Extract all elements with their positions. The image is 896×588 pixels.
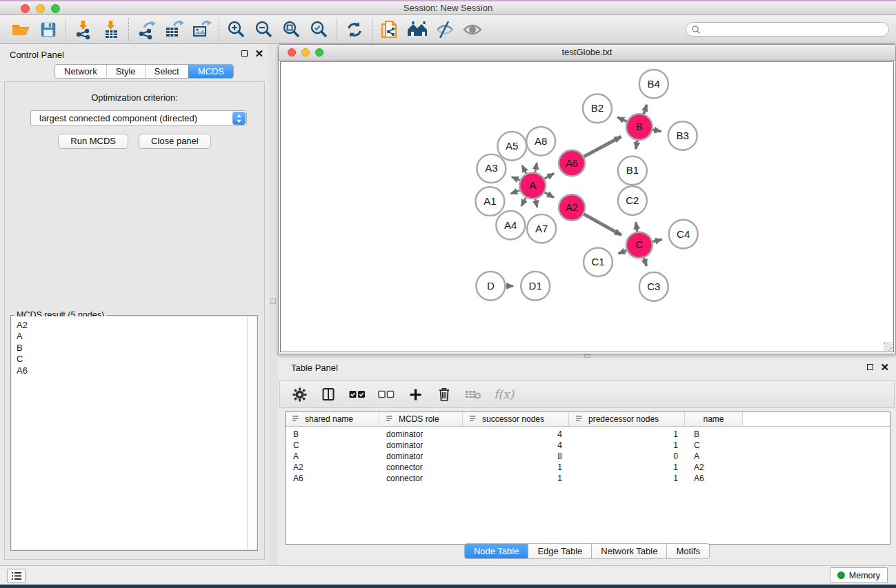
- graph-edge-B-B1[interactable]: [636, 141, 637, 150]
- table-body: Bdominator41BCdominator41CAdominator80AA…: [286, 429, 890, 484]
- column-header-MCDS-role[interactable]: MCDS role: [379, 412, 463, 426]
- float-panel-icon[interactable]: [867, 364, 873, 370]
- network-canvas[interactable]: AA2A6BCA1A3A4A5A7A8B1B2B3B4C1C2C3C4DD1: [280, 61, 894, 352]
- table-row[interactable]: Adominator80A: [286, 451, 890, 462]
- table-row[interactable]: A6connector11A6: [286, 473, 890, 484]
- control-panel: Control Panel ✕ NetworkStyleSelectMCDS O…: [0, 44, 269, 565]
- close-panel-icon[interactable]: ✕: [880, 363, 889, 371]
- graph-edge-A-A8[interactable]: [535, 163, 537, 172]
- mcds-result-item: A: [17, 331, 247, 342]
- hide-graphics-details-icon[interactable]: [431, 17, 459, 42]
- zoom-in-icon[interactable]: [223, 17, 250, 42]
- tab-edge-table[interactable]: Edge Table: [528, 543, 592, 559]
- column-header-shared-name[interactable]: shared name: [286, 412, 379, 426]
- graph-edge-B-B3[interactable]: [653, 130, 661, 131]
- column-visibility-icon[interactable]: [320, 386, 337, 403]
- toolbar-separator: [372, 19, 372, 41]
- graph-edge-A-A5[interactable]: [522, 165, 526, 174]
- add-column-icon[interactable]: [407, 386, 424, 403]
- open-network-file-icon[interactable]: [376, 17, 404, 42]
- column-header-successor-nodes[interactable]: successor nodes: [463, 412, 569, 426]
- float-panel-icon[interactable]: [241, 50, 248, 57]
- table-row[interactable]: Cdominator41C: [286, 440, 890, 451]
- refresh-layout-icon[interactable]: [341, 17, 368, 42]
- tab-motifs[interactable]: Motifs: [667, 543, 710, 559]
- import-network-icon[interactable]: [70, 17, 97, 42]
- result-scrollbar[interactable]: [247, 316, 257, 549]
- tab-select[interactable]: Select: [145, 65, 188, 78]
- import-table-icon[interactable]: [97, 17, 125, 42]
- graph-edge-B-B2[interactable]: [617, 117, 626, 121]
- graph-edge-A-A4[interactable]: [521, 198, 526, 206]
- graph-edge-A-A1[interactable]: [510, 190, 519, 194]
- tab-network-table[interactable]: Network Table: [592, 543, 667, 559]
- close-window-button[interactable]: [288, 48, 296, 57]
- tab-mcds[interactable]: MCDS: [188, 65, 233, 78]
- mcds-result-item: C: [17, 354, 247, 365]
- minimize-window-button[interactable]: [36, 4, 45, 13]
- save-session-icon[interactable]: [34, 17, 62, 42]
- splitter-handle[interactable]: [584, 354, 590, 358]
- task-history-button[interactable]: [7, 569, 26, 583]
- graph-edge-A2-C[interactable]: [584, 214, 621, 235]
- vertical-splitter[interactable]: [269, 44, 278, 565]
- export-table-icon[interactable]: [160, 17, 188, 42]
- graph-edge-A-A2[interactable]: [545, 192, 554, 197]
- zoom-window-button[interactable]: [315, 48, 323, 57]
- zoom-out-icon[interactable]: [250, 17, 278, 42]
- mcds-result-list[interactable]: A2ABCA6: [12, 316, 247, 549]
- zoom-selected-icon[interactable]: [306, 17, 333, 42]
- delete-column-icon[interactable]: [436, 386, 452, 403]
- splitter-handle[interactable]: [270, 298, 276, 304]
- show-graphics-details-icon[interactable]: [459, 17, 486, 42]
- function-builder-icon[interactable]: f(x): [494, 387, 514, 401]
- criterion-dropdown[interactable]: largest connected component (directed): [30, 110, 247, 126]
- close-panel-button[interactable]: Close panel: [139, 134, 211, 149]
- graph-edge-C-C2[interactable]: [636, 222, 637, 231]
- deselect-all-checkboxes-icon[interactable]: [378, 386, 395, 403]
- run-mcds-button[interactable]: Run MCDS: [58, 134, 128, 149]
- graph-edge-C-C1[interactable]: [618, 250, 626, 254]
- network-window-controls: [288, 48, 323, 57]
- open-session-icon[interactable]: [7, 17, 34, 42]
- graph-edge-C-C3[interactable]: [644, 258, 646, 266]
- close-window-button[interactable]: [21, 4, 30, 13]
- tab-node-table[interactable]: Node Table: [464, 543, 529, 559]
- table-settings-gear-icon[interactable]: [291, 386, 308, 403]
- search-input[interactable]: [701, 23, 888, 35]
- cell-name: B: [685, 429, 743, 439]
- memory-button[interactable]: Memory: [830, 567, 888, 583]
- main-toolbar: [0, 15, 896, 44]
- export-image-icon[interactable]: [188, 17, 215, 42]
- column-header-name[interactable]: name: [685, 412, 743, 426]
- graph-edge-A-A3[interactable]: [512, 177, 520, 181]
- home-icon[interactable]: [404, 17, 431, 42]
- graph-node-label: C: [635, 239, 643, 250]
- optimization-criterion-label: Optimization criterion:: [5, 92, 264, 103]
- export-network-icon[interactable]: [132, 17, 160, 42]
- column-header-predecessor-nodes[interactable]: predecessor nodes: [569, 412, 685, 426]
- tab-network[interactable]: Network: [55, 65, 106, 78]
- search-icon: [691, 25, 701, 34]
- network-window-titlebar[interactable]: testGlobe.txt: [279, 45, 895, 61]
- table-header-row: shared nameMCDS rolesuccessor nodesprede…: [286, 412, 890, 427]
- minimize-window-button[interactable]: [301, 48, 310, 57]
- table-row[interactable]: Bdominator41B: [286, 429, 890, 440]
- table-row[interactable]: A2connector11A2: [286, 462, 890, 473]
- graph-edge-B-B4[interactable]: [644, 105, 647, 114]
- close-panel-icon[interactable]: ✕: [255, 50, 263, 57]
- zoom-window-button[interactable]: [51, 4, 60, 13]
- search-field[interactable]: [686, 22, 889, 37]
- node-table[interactable]: shared nameMCDS rolesuccessor nodesprede…: [285, 412, 890, 545]
- zoom-fit-icon[interactable]: [278, 17, 306, 42]
- graph-edge-A6-B[interactable]: [584, 136, 621, 156]
- window-resize-grip[interactable]: [884, 342, 893, 351]
- graph-edge-A-A7[interactable]: [535, 199, 537, 207]
- select-all-checkboxes-icon[interactable]: [349, 386, 366, 403]
- network-graph: AA2A6BCA1A3A4A5A7A8B1B2B3B4C1C2C3C4DD1: [281, 62, 893, 352]
- graph-edge-C-C4[interactable]: [653, 239, 662, 241]
- tab-style[interactable]: Style: [106, 65, 145, 78]
- delete-table-icon[interactable]: [465, 386, 481, 403]
- graph-edge-A-A6[interactable]: [544, 173, 554, 179]
- graph-node-label: B: [636, 121, 643, 132]
